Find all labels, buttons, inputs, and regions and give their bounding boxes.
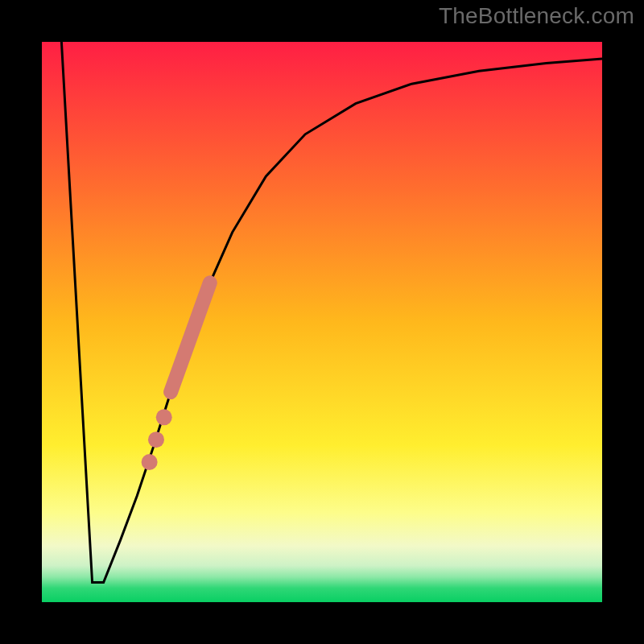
bottleneck-chart xyxy=(0,0,644,644)
chart-container: TheBottleneck.com xyxy=(0,0,644,644)
svg-point-0 xyxy=(156,409,172,425)
plot-area xyxy=(42,42,602,602)
svg-point-1 xyxy=(148,431,164,448)
svg-point-2 xyxy=(142,454,158,470)
watermark-text: TheBottleneck.com xyxy=(439,3,634,29)
